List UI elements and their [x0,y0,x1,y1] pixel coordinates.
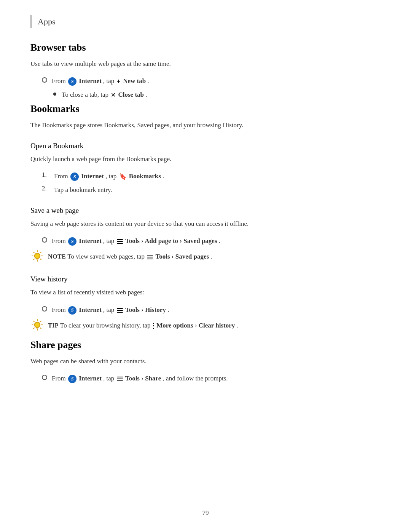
circle-bullet-icon-4 [42,375,47,380]
subsection-open-bookmark: Open a Bookmark Quickly launch a web pag… [30,142,381,195]
sp-from: From [52,375,67,382]
sub-heading-open-bookmark: Open a Bookmark [30,142,381,150]
plus-icon: + [117,76,121,87]
browser-tabs-step1: From S Internet , tap + New tab . [42,76,381,87]
internet-icon-5: S [68,375,76,383]
svg-rect-10 [37,260,38,260]
bookmark-icon: 🔖 [119,172,127,182]
tip-text: To clear your browsing history, tap [60,322,152,329]
section-bookmarks: Bookmarks The Bookmarks page stores Book… [30,103,381,332]
circle-bullet-icon-3 [42,306,47,312]
internet-icon: S [68,77,76,86]
internet-icon-2: S [70,173,79,181]
step1-app-label: Internet [79,77,101,85]
sw-suffix: . [219,237,220,244]
close-tab-suffix: . [145,91,147,98]
tip-sep: › [195,322,199,329]
svg-rect-9 [36,259,38,259]
lines-icon-2 [147,255,153,259]
obm-step1-suffix: . [162,173,164,180]
svg-line-19 [33,328,34,329]
open-bookmark-steps: 1. From S Internet , tap 🔖 Bookmarks . 2… [42,171,381,195]
vh-app: Internet [79,306,101,313]
obm-step1-label: Bookmarks [129,173,161,180]
browser-tabs-intro: Use tabs to view multiple web pages at t… [30,59,381,69]
view-history-intro: To view a list of recently visited web p… [30,287,381,297]
sub-heading-view-history: View history [30,275,381,283]
dot-bullet-icon [53,93,56,96]
obm-step2-text: Tap a bookmark entry. [54,185,112,195]
svg-rect-21 [37,328,38,329]
bookmarks-intro: The Bookmarks page stores Bookmarks, Sav… [30,120,381,130]
view-history-tip: TIP To clear your browsing history, tap … [30,320,381,332]
page-number: 79 [202,509,209,517]
tip-label: TIP [48,322,59,329]
save-web-intro: Saving a web page stores its content on … [30,219,381,229]
header-title: Apps [38,15,55,28]
sp-tap: , tap [103,375,116,382]
svg-line-6 [40,259,41,260]
svg-line-7 [40,252,41,253]
lines-icon [117,239,123,244]
sp-app: Internet [79,375,101,382]
circle-bullet-icon-2 [42,237,47,243]
sp-suffix: , and follow the prompts. [163,375,228,382]
step1-from-label: From [52,77,67,85]
page-header: Apps [30,15,381,28]
tip-label3: Clear history [199,322,235,329]
open-bookmark-intro: Quickly launch a web page from the Bookm… [30,154,381,164]
section-heading-bookmarks: Bookmarks [30,103,381,115]
save-web-note: NOTE To view saved web pages, tap Tools … [30,251,381,264]
svg-rect-20 [36,328,38,328]
vh-tap: , tap [103,306,116,313]
close-x-icon: ✕ [111,90,116,100]
circle-bullet-icon [42,77,47,83]
svg-point-0 [35,253,40,259]
step-number-1: 1. [42,171,51,179]
section-heading-share-pages: Share pages [30,339,381,351]
obm-step1-tap: , tap [105,173,118,180]
header-bar [30,15,32,28]
internet-icon-3: S [68,237,76,246]
sw-label: Tools › Add page to › Saved pages [125,237,217,244]
note-tip-icon [30,250,44,264]
sw-from: From [52,237,67,244]
vh-from: From [52,306,67,313]
note-suffix: . [210,253,212,260]
browser-tabs-step1-sub: To close a tab, tap ✕ Close tab . [53,89,381,100]
more-options-icon [153,323,154,329]
note-label: NOTE [48,253,66,260]
subsection-view-history: View history To view a list of recently … [30,275,381,332]
lines-icon-3 [117,308,123,313]
sp-label: Tools › Share [125,375,161,382]
sw-tap: , tap [103,237,116,244]
subsection-save-web: Save a web page Saving a web page stores… [30,206,381,264]
obm-step1-app: Internet [81,173,104,180]
share-pages-step1: From S Internet , tap Tools › Share , an… [42,373,381,383]
svg-point-11 [35,322,40,328]
open-bookmark-step2: 2. Tap a bookmark entry. [42,185,381,195]
step1-suffix: . [147,77,149,85]
note-label2: Tools › Saved pages [155,253,209,260]
step-number-2: 2. [42,185,51,192]
svg-line-18 [40,321,41,322]
section-share-pages: Share pages Web pages can be shared with… [30,339,381,383]
note-text: To view saved web pages, tap [67,253,146,260]
view-history-step1: From S Internet , tap Tools › History . [42,305,381,315]
step1-action-prefix: , tap [103,77,116,85]
share-pages-intro: Web pages can be shared with your contac… [30,356,381,366]
tip-suffix: . [237,322,238,329]
svg-line-17 [40,328,41,329]
vh-suffix: . [167,306,169,313]
svg-line-16 [33,321,34,322]
sw-app: Internet [79,237,101,244]
lines-icon-4 [117,377,123,381]
close-tab-prefix: To close a tab, tap [62,91,110,98]
section-browser-tabs: Browser tabs Use tabs to view multiple w… [30,42,381,100]
internet-icon-4: S [68,306,76,315]
save-web-step1: From S Internet , tap Tools › Add page t… [42,236,381,246]
sub-heading-save-web: Save a web page [30,206,381,215]
close-tab-label: Close tab [118,91,144,98]
section-heading-browser-tabs: Browser tabs [30,42,381,53]
open-bookmark-step1: 1. From S Internet , tap 🔖 Bookmarks . [42,171,381,182]
